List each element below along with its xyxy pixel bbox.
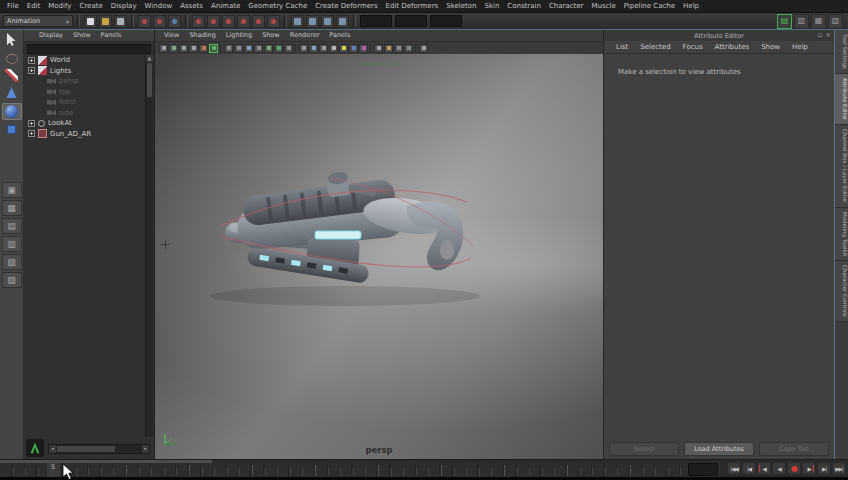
attribute-editor-menu-item[interactable]: Help: [786, 41, 814, 53]
wireframe-icon[interactable]: [299, 44, 308, 53]
bookmarks-icon[interactable]: [189, 44, 198, 53]
time-slider[interactable]: 5 |◀◀|◀◀◀●▶▶|▶▶|: [0, 459, 848, 477]
attribute-editor-menu-item[interactable]: Selected: [634, 41, 676, 53]
layout-persp-outliner-button[interactable]: ▤: [2, 218, 22, 234]
outliner-item-world[interactable]: World: [25, 55, 146, 66]
viewport-menu-item[interactable]: Show: [257, 30, 285, 41]
snap-surface-icon[interactable]: [336, 15, 349, 28]
menubar-item[interactable]: Window: [141, 0, 177, 13]
image-plane-icon[interactable]: [199, 44, 208, 53]
mask-curves-icon[interactable]: [222, 15, 235, 28]
save-scene-icon[interactable]: [114, 15, 127, 28]
input-field-x[interactable]: [360, 15, 392, 27]
field-chart-icon[interactable]: [264, 44, 273, 53]
expand-icon[interactable]: [28, 57, 35, 64]
rotate-tool[interactable]: [2, 103, 22, 120]
time-ticks[interactable]: [0, 463, 720, 477]
menubar-item[interactable]: File: [3, 0, 23, 13]
viewport-menu-item[interactable]: Panels: [324, 30, 355, 41]
layout-persp-graph-button[interactable]: ▥: [2, 236, 22, 252]
shaded-icon[interactable]: [309, 44, 318, 53]
menubar-item[interactable]: Skeleton: [442, 0, 480, 13]
highlight-selection-icon[interactable]: [419, 44, 428, 53]
separator[interactable]: [370, 44, 372, 53]
menu-set-dropdown[interactable]: Animation ▾: [3, 15, 73, 27]
viewport-canvas[interactable]: Viewport 2.0: [155, 54, 603, 459]
outliner-menu-item[interactable]: Display: [34, 30, 68, 41]
outliner-filter-field[interactable]: [27, 44, 151, 54]
tab-channel-box-layer-editor[interactable]: Channel Box / Layer Editor: [835, 125, 848, 207]
attribute-editor-menu-item[interactable]: Attributes: [709, 41, 756, 53]
menubar-item[interactable]: Character: [545, 0, 588, 13]
separator[interactable]: [295, 44, 297, 53]
viewport-menu-item[interactable]: Renderer: [285, 30, 325, 41]
select-button[interactable]: Select: [609, 442, 679, 456]
outliner-menu-item[interactable]: Show: [68, 30, 96, 41]
screen-space-ao-icon[interactable]: [359, 44, 368, 53]
load-attributes-button[interactable]: Load Attributes: [684, 442, 754, 456]
toggle-channel-box[interactable]: ▦: [811, 14, 826, 29]
toggle-tool-settings[interactable]: ▥: [794, 14, 809, 29]
outliner-menu-item[interactable]: Panels: [96, 30, 127, 41]
snap-curve-icon[interactable]: [306, 15, 319, 28]
outliner-hscrollbar[interactable]: ◂ ▸: [48, 444, 150, 454]
new-scene-icon[interactable]: [84, 15, 97, 28]
mask-deformations-icon[interactable]: [252, 15, 265, 28]
scroll-up-icon[interactable]: ▲: [146, 55, 153, 62]
outliner-item-persp[interactable]: persp: [25, 76, 146, 87]
tab-tool-settings[interactable]: Tool Settings: [835, 30, 848, 74]
xray-icon[interactable]: [384, 44, 393, 53]
grid-icon[interactable]: [224, 44, 233, 53]
resolution-gate-icon[interactable]: [244, 44, 253, 53]
select-camera-icon[interactable]: [159, 44, 168, 53]
lock-camera-icon[interactable]: [169, 44, 178, 53]
record-button[interactable]: ●: [787, 462, 801, 475]
pin-icon[interactable]: ▫: [817, 30, 822, 41]
exposure-icon[interactable]: [404, 44, 413, 53]
menubar-item[interactable]: Animate: [207, 0, 244, 13]
play-backwards-button[interactable]: ◀: [772, 462, 786, 475]
step-back-key-button[interactable]: ◀: [757, 462, 771, 475]
shadows-icon[interactable]: [349, 44, 358, 53]
toggle-attribute-editor[interactable]: ▤: [777, 14, 792, 29]
layout-hypershade-button[interactable]: ▧: [2, 254, 22, 270]
go-to-end-button[interactable]: ▶▶|: [832, 462, 846, 475]
step-forward-frame-button[interactable]: ▶|: [817, 462, 831, 475]
menubar-item[interactable]: Edit Deformers: [382, 0, 443, 13]
expand-icon[interactable]: [28, 120, 35, 127]
tab-attribute-editor[interactable]: Attribute Editor: [835, 74, 848, 125]
select-component-icon[interactable]: [168, 15, 181, 28]
paint-selection-tool[interactable]: [2, 67, 22, 84]
copy-tab-button[interactable]: Copy Tab: [759, 442, 829, 456]
menubar-item[interactable]: Display: [107, 0, 141, 13]
step-forward-key-button[interactable]: ▶: [802, 462, 816, 475]
select-object-icon[interactable]: [153, 15, 166, 28]
scroll-thumb[interactable]: [147, 63, 152, 97]
menubar-item[interactable]: Help: [679, 0, 703, 13]
tab-character-controls[interactable]: Character Controls: [835, 261, 848, 322]
attribute-editor-menu-item[interactable]: Show: [755, 41, 786, 53]
mask-surfaces-icon[interactable]: [237, 15, 250, 28]
gun-model[interactable]: [155, 54, 603, 459]
snap-grid-icon[interactable]: [291, 15, 304, 28]
layout-single-pane-button[interactable]: ▣: [2, 182, 22, 198]
outliner-vscrollbar[interactable]: ▲: [145, 55, 153, 437]
two-d-pan-zoom-icon[interactable]: [209, 44, 218, 53]
viewport-menu-item[interactable]: Lighting: [221, 30, 257, 41]
close-icon[interactable]: ×: [825, 30, 831, 41]
use-all-lights-icon[interactable]: [339, 44, 348, 53]
input-field-y[interactable]: [395, 15, 427, 27]
camera-attributes-icon[interactable]: [179, 44, 188, 53]
outliner-item-lights[interactable]: Lights: [25, 66, 146, 77]
snap-point-icon[interactable]: [321, 15, 334, 28]
viewport-menu-item[interactable]: View: [159, 30, 184, 41]
select-hierarchy-icon[interactable]: [138, 15, 151, 28]
textured-icon[interactable]: [319, 44, 328, 53]
plugin-shelf-icon[interactable]: [394, 44, 403, 53]
menubar-item[interactable]: Skin: [480, 0, 503, 13]
attribute-editor-menu-item[interactable]: List: [610, 41, 634, 53]
outliner-item-side[interactable]: side: [25, 108, 146, 119]
expand-icon[interactable]: [28, 130, 35, 137]
mask-joints-icon[interactable]: [207, 15, 220, 28]
toggle-modeling-toolkit[interactable]: ▧: [828, 14, 843, 29]
